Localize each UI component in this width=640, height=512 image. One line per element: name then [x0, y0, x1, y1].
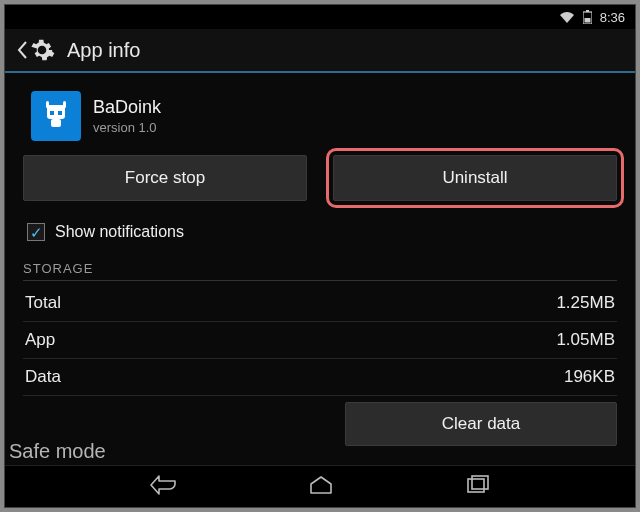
svg-rect-4	[50, 111, 54, 115]
storage-value: 1.25MB	[556, 293, 615, 313]
storage-label: Total	[25, 293, 61, 313]
clear-data-button[interactable]: Clear data	[345, 402, 617, 446]
app-header: BaDoink version 1.0	[23, 81, 617, 155]
svg-rect-7	[46, 101, 49, 108]
storage-label: Data	[25, 367, 61, 387]
show-notifications-checkbox[interactable]: ✓	[27, 223, 45, 241]
uninstall-button[interactable]: Uninstall	[333, 155, 617, 201]
svg-rect-10	[472, 476, 488, 489]
svg-rect-6	[51, 119, 61, 127]
show-notifications-label: Show notifications	[55, 223, 184, 241]
svg-rect-2	[584, 18, 590, 23]
storage-section-header: STORAGE	[23, 261, 617, 281]
app-version: version 1.0	[93, 120, 161, 135]
storage-row-total: Total 1.25MB	[23, 285, 617, 322]
nav-recent-button[interactable]	[460, 469, 496, 505]
check-icon: ✓	[30, 225, 43, 240]
nav-back-button[interactable]	[144, 469, 182, 505]
nav-home-button[interactable]	[302, 469, 340, 505]
safe-mode-overlay: Safe mode	[9, 440, 106, 463]
svg-rect-9	[468, 479, 484, 492]
storage-row-app: App 1.05MB	[23, 322, 617, 359]
show-notifications-row[interactable]: ✓ Show notifications	[23, 217, 617, 261]
wifi-icon	[559, 11, 575, 23]
back-chevron-icon	[17, 41, 27, 59]
storage-value: 196KB	[564, 367, 615, 387]
storage-value: 1.05MB	[556, 330, 615, 350]
navigation-bar	[5, 465, 635, 507]
app-icon	[31, 91, 81, 141]
battery-icon	[583, 10, 592, 24]
action-bar: App info	[5, 29, 635, 73]
svg-rect-8	[63, 101, 66, 108]
status-bar: 8:36	[5, 5, 635, 29]
app-name: BaDoink	[93, 97, 161, 118]
svg-rect-5	[58, 111, 62, 115]
force-stop-button[interactable]: Force stop	[23, 155, 307, 201]
svg-rect-1	[586, 10, 589, 12]
page-title: App info	[67, 39, 140, 62]
settings-gear-icon	[29, 37, 55, 63]
svg-rect-3	[47, 105, 65, 119]
storage-label: App	[25, 330, 55, 350]
status-time: 8:36	[600, 10, 625, 25]
storage-row-data: Data 196KB	[23, 359, 617, 396]
back-button[interactable]	[13, 33, 59, 67]
